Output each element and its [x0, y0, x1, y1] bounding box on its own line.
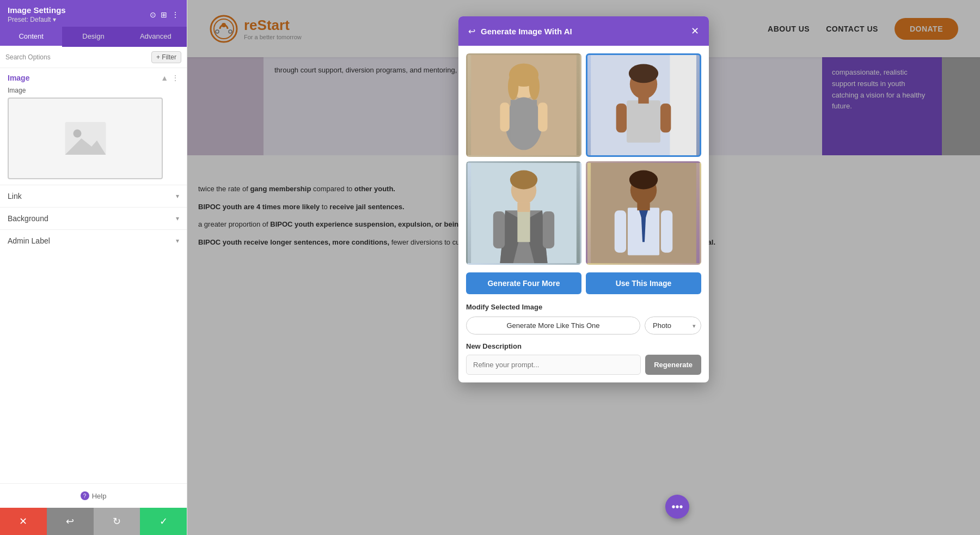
help-icon: ?	[81, 491, 89, 500]
image-field-label: Image	[8, 87, 179, 94]
help-section: ? Help	[0, 483, 187, 508]
save-button[interactable]: ✓	[140, 508, 187, 535]
image-option-1[interactable]	[466, 53, 581, 157]
redo-button[interactable]: ↻	[94, 508, 140, 535]
regenerate-button[interactable]: Regenerate	[645, 355, 701, 375]
link-option[interactable]: Link ▾	[0, 185, 187, 207]
modal-back-button[interactable]: ↩	[468, 26, 475, 37]
new-desc-label: New Description	[466, 342, 701, 350]
style-select-wrap: Photo Illustration Painting ▾	[645, 317, 701, 335]
search-options-label: Search Options	[5, 53, 147, 61]
svg-point-20	[629, 64, 658, 83]
image-section-title: Image	[8, 74, 29, 82]
generate-four-more-button[interactable]: Generate Four More	[466, 272, 581, 294]
undo-icon: ↩	[66, 515, 74, 527]
image-section-header: Image ▲ ⋮	[8, 74, 179, 82]
crop-icon[interactable]: ⊙	[150, 10, 156, 19]
cancel-button[interactable]: ✕	[0, 508, 47, 535]
modify-label: Modify Selected Image	[466, 303, 701, 311]
image-option-2[interactable]	[586, 53, 701, 157]
svg-point-38	[629, 171, 658, 190]
svg-rect-14	[511, 100, 537, 142]
panel-search-row: Search Options + Filter	[0, 47, 187, 68]
background-option[interactable]: Background ▾	[0, 207, 187, 229]
modal-close-button[interactable]: ✕	[691, 25, 699, 37]
chevron-down-icon: ▾	[176, 237, 179, 245]
svg-rect-33	[493, 211, 505, 248]
ai-image-modal: ↩ Generate Image With AI ✕	[458, 16, 709, 382]
svg-point-12	[529, 74, 540, 100]
modal-body: Generate Four More Use This Image Modify…	[458, 46, 709, 382]
panel-header: Image Settings Preset: Default ▾ ⊙ ⊞ ⋮	[0, 0, 187, 27]
svg-rect-31	[517, 210, 530, 242]
style-select[interactable]: Photo Illustration Painting	[645, 317, 701, 335]
image-section: Image ▲ ⋮ Image	[0, 68, 187, 185]
more-icon[interactable]: ⋮	[171, 74, 179, 82]
modify-row: Generate More Like This One Photo Illust…	[466, 317, 701, 335]
desc-input[interactable]	[466, 355, 641, 375]
svg-rect-42	[637, 202, 650, 210]
tab-design[interactable]: Design	[62, 27, 124, 47]
grid-icon[interactable]: ⊞	[161, 10, 167, 19]
svg-rect-15	[500, 102, 509, 131]
svg-rect-16	[538, 102, 547, 131]
panel-preset: Preset: Default ▾	[8, 16, 66, 23]
x-icon: ✕	[19, 515, 27, 527]
redo-icon: ↻	[113, 515, 121, 527]
image-option-4[interactable]	[586, 161, 701, 265]
admin-label-option[interactable]: Admin Label ▾	[0, 229, 187, 252]
modal-title: Generate Image With AI	[481, 27, 685, 36]
svg-point-27	[510, 171, 537, 190]
fab-button[interactable]: •••	[665, 495, 689, 519]
chevron-down-icon: ▾	[176, 215, 179, 222]
check-icon: ✓	[160, 515, 168, 527]
svg-rect-23	[616, 104, 627, 132]
modal-header: ↩ Generate Image With AI ✕	[458, 16, 709, 46]
image-option-3[interactable]	[466, 161, 581, 265]
svg-rect-32	[517, 203, 530, 212]
svg-rect-24	[660, 104, 671, 132]
svg-rect-18	[670, 55, 696, 155]
fab-icon: •••	[671, 501, 683, 513]
panel-title: Image Settings	[8, 5, 66, 15]
menu-icon[interactable]: ⋮	[171, 10, 179, 19]
panel-header-icons: ⊙ ⊞ ⋮	[150, 10, 179, 19]
svg-point-11	[508, 74, 518, 100]
svg-rect-43	[615, 210, 626, 252]
panel-tabs: Content Design Advanced	[0, 27, 187, 47]
help-link[interactable]: ? Help	[8, 491, 179, 500]
modal-overlay: ↩ Generate Image With AI ✕	[187, 0, 980, 535]
generate-more-like-this-button[interactable]: Generate More Like This One	[466, 317, 640, 335]
svg-point-1	[73, 130, 81, 138]
left-panel: Image Settings Preset: Default ▾ ⊙ ⊞ ⋮ C…	[0, 0, 187, 535]
chevron-down-icon: ▾	[176, 192, 179, 200]
svg-rect-22	[638, 96, 648, 104]
tab-content[interactable]: Content	[0, 27, 62, 47]
image-grid	[466, 53, 701, 265]
svg-rect-21	[627, 100, 660, 142]
filter-button[interactable]: + Filter	[151, 51, 181, 63]
image-placeholder[interactable]	[8, 98, 163, 179]
image-section-icons: ▲ ⋮	[161, 74, 179, 82]
tab-advanced[interactable]: Advanced	[125, 27, 187, 47]
use-this-image-button[interactable]: Use This Image	[586, 272, 701, 294]
modal-actions: Generate Four More Use This Image	[466, 272, 701, 294]
undo-button[interactable]: ↩	[47, 508, 94, 535]
desc-row: Regenerate	[466, 355, 701, 375]
svg-rect-44	[661, 210, 672, 252]
panel-footer: ✕ ↩ ↻ ✓	[0, 508, 187, 535]
svg-rect-34	[543, 211, 554, 248]
chevron-up-icon[interactable]: ▲	[161, 74, 168, 82]
